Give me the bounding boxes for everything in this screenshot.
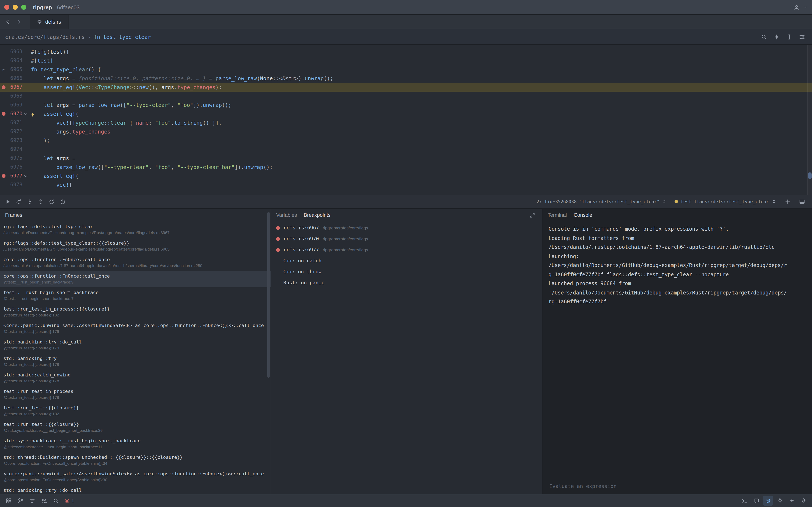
console-expression-input[interactable] [549, 483, 808, 490]
breadcrumb-symbol-keyword[interactable]: fn [94, 34, 100, 40]
code-line[interactable]: 6975 let args = [0, 154, 812, 163]
line-number[interactable]: 6966 [7, 74, 22, 83]
stack-frame[interactable]: core::ops::function::FnOnce::call_once/U… [0, 255, 271, 271]
code-line[interactable]: 6967 assert_eq!(Vec::<TypeChange>::new()… [0, 83, 812, 92]
console-output[interactable]: Console is in 'commands' mode, prefix ex… [543, 221, 812, 480]
breakpoint-item[interactable]: defs.rs:6970ripgrep/crates/core/flags [271, 233, 542, 244]
close-window-button[interactable] [4, 5, 9, 10]
mic-icon[interactable] [799, 496, 809, 506]
line-number[interactable]: 6965 [7, 65, 22, 74]
tab-terminal[interactable]: Terminal [548, 212, 567, 218]
editor-scrollbar-thumb[interactable] [808, 172, 812, 179]
stack-frame[interactable]: std::panicking::try@test::run_test::{{cl… [0, 353, 271, 370]
line-number[interactable]: 6967 [7, 83, 22, 92]
expand-panel-icon[interactable] [527, 210, 537, 220]
stack-frame[interactable]: std::panicking::try::do_call [0, 485, 271, 494]
exception-breakpoint-icon[interactable] [276, 281, 280, 284]
thread-selector[interactable]: 2: tid=35268038 "flags::defs::test_type_… [535, 198, 669, 205]
zoom-window-button[interactable] [21, 5, 26, 10]
code-line[interactable]: 6971 vec![TypeChange::Clear { name: "foo… [0, 118, 812, 127]
breakpoint-dot[interactable] [276, 248, 280, 251]
line-number[interactable]: 6973 [7, 136, 22, 145]
new-session-button[interactable] [782, 196, 793, 207]
breakpoint-dot[interactable] [276, 237, 280, 241]
breakpoint-dot[interactable] [276, 226, 280, 230]
project-name[interactable]: ripgrep [33, 4, 52, 10]
restart-button[interactable] [47, 196, 57, 207]
continue-button[interactable] [3, 196, 13, 207]
tab-variables[interactable]: Variables [276, 212, 297, 218]
git-branch-label[interactable]: 6dfaec03 [57, 4, 80, 10]
code-line[interactable]: 6976 parse_low_raw(["--type-clear", "foo… [0, 163, 812, 172]
breakpoint-item[interactable]: C++: on throw [271, 266, 542, 277]
dock-position-button[interactable] [797, 196, 807, 207]
debug-panel-icon[interactable] [763, 496, 773, 506]
chevron-down-icon[interactable] [803, 5, 808, 9]
stack-frame[interactable]: std::panicking::try::do_call@test::run_t… [0, 337, 271, 353]
search-icon[interactable] [51, 496, 61, 506]
terminal-panel-icon[interactable] [739, 496, 749, 506]
stack-frame[interactable]: test::run_test::{{closure}}@test::run_te… [0, 403, 271, 419]
line-number[interactable]: 6964 [7, 56, 22, 65]
outline-panel-icon[interactable] [27, 496, 37, 506]
line-number[interactable]: 6971 [7, 118, 22, 127]
stack-frame[interactable]: rg::flags::defs::test_type_clear/Users/d… [0, 221, 271, 238]
editor-settings-icon[interactable] [797, 32, 807, 42]
cursor-mode-icon[interactable] [784, 32, 794, 42]
step-into-button[interactable] [24, 196, 35, 207]
stack-frame[interactable]: test::run_test::{{closure}}@std::sys::ba… [0, 419, 271, 436]
code-line[interactable]: 6968 [0, 92, 812, 101]
stack-frame[interactable]: test::run_test_in_process@test::run_test… [0, 386, 271, 403]
breakpoint-dot[interactable] [0, 109, 7, 118]
line-number[interactable]: 6969 [7, 101, 22, 109]
line-number[interactable]: 6963 [7, 47, 22, 56]
breakpoint-item[interactable]: C++: on catch [271, 255, 542, 266]
line-number[interactable]: 6974 [7, 145, 22, 154]
stack-frame[interactable]: std::sys::backtrace::__rust_begin_short_… [0, 436, 271, 452]
exception-breakpoint-icon[interactable] [276, 270, 280, 273]
project-panel-icon[interactable] [3, 496, 13, 506]
code-editor[interactable]: 6963#[cfg(test)]6964#[test]▶6965fn test_… [0, 45, 812, 195]
tab-defs-rs[interactable]: defs.rs [30, 15, 68, 29]
buffer-search-icon[interactable] [759, 32, 769, 42]
breakpoint-item[interactable]: defs.rs:6977ripgrep/crates/core/flags [271, 244, 542, 255]
code-line[interactable]: 6972 args.type_changes [0, 127, 812, 136]
navigate-back-button[interactable] [3, 17, 13, 27]
line-number[interactable]: 6970 [7, 109, 22, 118]
line-number[interactable]: 6976 [7, 163, 22, 172]
code-line[interactable]: 6969 let args = parse_low_raw(["--type-c… [0, 101, 812, 109]
code-line[interactable]: 6970 assert_eq!( [0, 109, 812, 118]
line-number[interactable]: 6978 [7, 180, 22, 189]
chat-panel-icon[interactable] [751, 496, 761, 506]
breadcrumb-path[interactable]: crates/core/flags/defs.rs [5, 34, 85, 40]
breakpoint-item[interactable]: Rust: on panic [271, 277, 542, 288]
line-number[interactable]: 6975 [7, 154, 22, 163]
step-over-button[interactable] [13, 196, 24, 207]
stack-frame[interactable]: std::thread::Builder::spawn_unchecked_::… [0, 452, 271, 468]
fold-chevron-icon[interactable] [22, 109, 29, 118]
code-line[interactable]: 6966 let args = {positional:size=0, patt… [0, 74, 812, 83]
inline-assist-icon[interactable] [771, 32, 781, 42]
code-line[interactable]: 6974 [0, 145, 812, 154]
line-number[interactable]: 6968 [7, 92, 22, 101]
stack-frame[interactable]: core::ops::function::FnOnce::call_once@t… [0, 271, 271, 287]
language-server-plug-icon[interactable] [775, 496, 785, 506]
breakpoint-dot[interactable] [0, 83, 7, 92]
line-number[interactable]: 6977 [7, 172, 22, 180]
stack-frame[interactable]: test::__rust_begin_short_backtrace@test:… [0, 287, 271, 304]
stack-frame[interactable]: std::panic::catch_unwind@test::run_test:… [0, 370, 271, 386]
step-out-button[interactable] [36, 196, 46, 207]
navigate-forward-button[interactable] [13, 17, 24, 27]
tab-console[interactable]: Console [574, 212, 592, 218]
runnable-indicator[interactable]: ▶ [0, 65, 7, 74]
session-selector[interactable]: test flags::defs::test_type_clear [673, 198, 778, 205]
code-line[interactable]: ▶6965fn test_type_clear() { [0, 65, 812, 74]
stack-frame[interactable]: <core::panic::unwind_safe::AssertUnwindS… [0, 468, 271, 485]
diagnostics-indicator[interactable]: 1 [63, 498, 76, 503]
stack-frame[interactable]: rg::flags::defs::test_type_clear::{{clos… [0, 238, 271, 255]
breadcrumb-symbol-name[interactable]: test_type_clear [103, 34, 151, 40]
assistant-sparkle-icon[interactable] [786, 496, 797, 506]
stop-button[interactable] [57, 196, 68, 207]
breakpoint-item[interactable]: defs.rs:6967ripgrep/crates/core/flags [271, 222, 542, 233]
code-line[interactable]: 6973 ); [0, 136, 812, 145]
